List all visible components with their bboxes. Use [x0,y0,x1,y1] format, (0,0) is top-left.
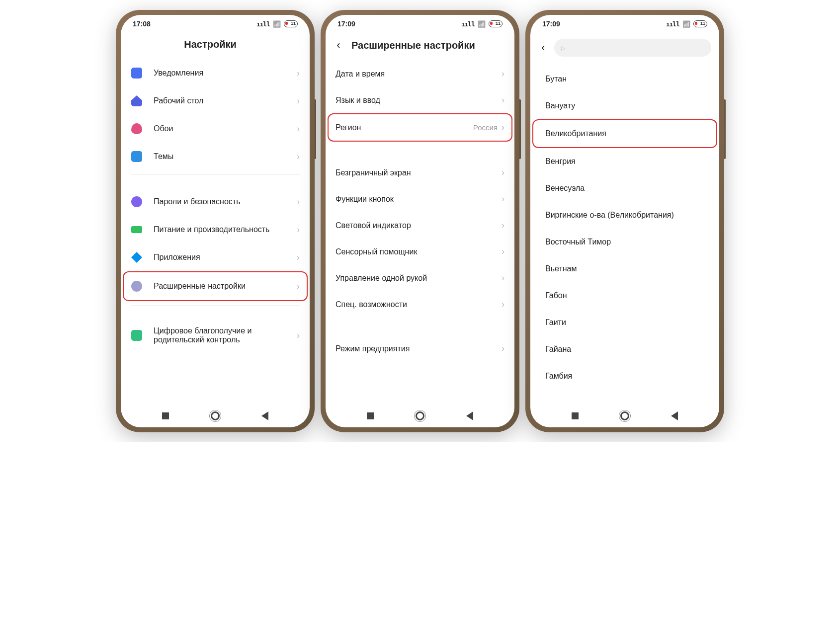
settings-row[interactable]: Обои› [124,115,307,143]
settings-row[interactable]: Световой индикатор› [329,212,511,239]
phone-frame: 17:09 ııll 11 ‹ ⌕ БутанВануатуВеликобрит… [525,10,724,432]
recents-button[interactable] [570,410,581,421]
chevron-right-icon: › [502,299,504,310]
clock: 17:09 [337,20,461,28]
chevron-right-icon: › [502,246,504,257]
phone-screen: 17:09 ııll 11 ‹ Расширенные настройки Да… [326,15,514,427]
home-button[interactable] [415,410,425,421]
row-icon [131,329,143,341]
page-title: Настройки [129,39,302,50]
settings-row[interactable]: Режим предприятия› [329,335,511,362]
country-list[interactable]: БутанВануатуВеликобританияВенгрияВенесуэ… [530,66,719,404]
row-value: Россия [473,123,498,132]
country-item[interactable]: Габон [533,282,716,309]
chevron-right-icon: › [297,124,300,134]
chevron-right-icon: › [502,220,504,231]
row-label: Регион [336,123,473,132]
country-item[interactable]: Венгрия [533,148,716,175]
home-button[interactable] [619,410,630,421]
country-item[interactable]: Вьетнам [533,255,716,282]
divider [131,305,300,306]
phone-screen: 17:08 ııll 11 Настройки Уведомления›Рабо… [121,15,310,427]
back-icon[interactable]: ‹ [538,41,548,54]
chevron-right-icon: › [502,167,504,178]
back-button[interactable] [464,410,475,421]
header: Настройки [121,33,310,59]
row-label: Уведомления [154,69,297,78]
row-label: Рабочий стол [154,96,297,105]
chevron-right-icon: › [502,343,504,354]
settings-row[interactable]: Дата и время› [329,61,511,87]
battery-icon: 11 [284,20,298,27]
country-item[interactable]: Восточный Тимор [533,229,716,255]
chevron-right-icon: › [297,96,300,106]
settings-row[interactable]: Функции кнопок› [329,186,511,212]
country-item[interactable]: Великобритания [532,119,717,148]
advanced-list[interactable]: Дата и время›Язык и ввод›РегионРоссия›Бе… [326,61,514,404]
chevron-right-icon: › [297,330,300,341]
row-icon [131,151,143,162]
settings-row[interactable]: Управление одной рукой› [329,265,511,291]
row-label: Цифровое благополучие и родительский кон… [154,326,297,344]
settings-row[interactable]: Питание и производительность› [124,216,307,243]
settings-row[interactable]: РегионРоссия› [328,113,512,142]
row-label: Дата и время [336,70,502,79]
row-icon [131,224,143,236]
status-bar: 17:09 ııll 11 [530,15,719,33]
home-button[interactable] [210,410,221,421]
settings-row[interactable]: Пароли и безопасность› [124,188,307,216]
row-icon [131,280,143,292]
row-label: Сенсорный помощник [336,247,502,256]
header: ‹ Расширенные настройки [326,33,514,61]
row-label: Пароли и безопасность [154,197,297,206]
country-item[interactable]: Бутан [533,66,716,92]
settings-row[interactable]: Безграничный экран› [329,160,511,186]
settings-row[interactable]: Темы› [124,143,307,170]
settings-row[interactable]: Цифровое благополучие и родительский кон… [124,319,307,352]
nav-bar [530,404,719,427]
status-bar: 17:09 ııll 11 [326,15,514,33]
settings-row[interactable]: Сенсорный помощник› [329,239,511,265]
signal-icon: ııll [461,20,475,28]
search-icon: ⌕ [560,43,565,52]
battery-icon: 11 [489,20,503,27]
page-title: Расширенные настройки [351,40,506,51]
chevron-right-icon: › [502,95,504,105]
signal-icon: ııll [256,20,270,28]
country-item[interactable]: Виргинские о-ва (Великобритания) [533,202,716,229]
phone-frame: 17:09 ııll 11 ‹ Расширенные настройки Да… [321,10,519,432]
country-item[interactable]: Гаити [533,309,716,336]
settings-row[interactable]: Приложения› [124,243,307,271]
row-label: Безграничный экран [336,168,502,177]
country-item[interactable]: Гайана [533,336,716,363]
recents-button[interactable] [160,410,171,421]
settings-list[interactable]: Уведомления›Рабочий стол›Обои›Темы›Парол… [121,59,310,404]
settings-row[interactable]: Расширенные настройки› [123,271,308,301]
row-label: Темы [154,152,297,161]
back-icon[interactable]: ‹ [334,39,343,52]
row-icon [131,95,143,107]
back-button[interactable] [669,410,680,421]
settings-row[interactable]: Спец. возможности› [329,291,511,318]
settings-row[interactable]: Язык и ввод› [329,87,511,113]
chevron-right-icon: › [297,152,300,162]
chevron-right-icon: › [502,194,504,204]
settings-row[interactable]: Рабочий стол› [124,87,307,115]
country-item[interactable]: Гамбия [533,363,716,390]
chevron-right-icon: › [297,225,300,235]
settings-row[interactable]: Уведомления› [124,59,307,87]
status-icons: ııll 11 [256,20,298,28]
country-item[interactable]: Венесуэла [533,175,716,202]
row-label: Функции кнопок [336,195,502,204]
row-icon [131,67,143,79]
row-label: Питание и производительность [154,225,297,234]
recents-button[interactable] [365,410,376,421]
row-label: Расширенные настройки [154,282,297,291]
search-input[interactable]: ⌕ [554,39,711,57]
row-label: Приложения [154,253,297,262]
row-label: Режим предприятия [336,344,502,353]
clock: 17:09 [542,20,666,28]
country-item[interactable]: Вануату [533,92,716,119]
row-icon [131,196,143,208]
back-button[interactable] [259,410,270,421]
